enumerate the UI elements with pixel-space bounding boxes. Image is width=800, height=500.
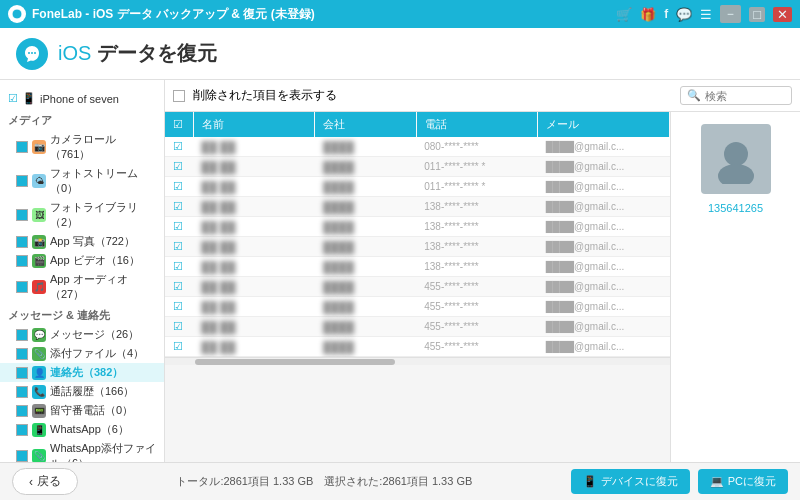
app-icon xyxy=(8,5,26,23)
row-email: ████@gmail.c... xyxy=(538,197,670,217)
sidebar-item-callhistory[interactable]: 📞 通話履歴（166） xyxy=(0,382,164,401)
restore-pc-label: PCに復元 xyxy=(728,474,776,489)
sidebar-item-attachments-label: 添付ファイル（4） xyxy=(50,346,144,361)
gift-icon[interactable]: 🎁 xyxy=(640,7,656,22)
sidebar-item-messages-label: メッセージ（26） xyxy=(50,327,139,342)
sidebar-item-voicemail[interactable]: 📟 留守番電話（0） xyxy=(0,401,164,420)
row-cb[interactable]: ☑ xyxy=(165,177,193,197)
table-row[interactable]: ☑ ██ ██ ████ 138-****-**** ████@gmail.c.… xyxy=(165,217,670,237)
cb-whatsapp-attach xyxy=(16,450,28,462)
svg-point-2 xyxy=(31,52,33,54)
facebook-icon[interactable]: f xyxy=(664,7,668,21)
device-row[interactable]: ☑ 📱 iPhone of seven xyxy=(0,88,164,109)
maximize-btn[interactable]: □ xyxy=(749,7,765,22)
menu-icon[interactable]: ☰ xyxy=(700,7,712,22)
photostream-icon: 🌤 xyxy=(32,174,46,188)
chat-icon[interactable]: 💬 xyxy=(676,7,692,22)
table-row[interactable]: ☑ ██ ██ ████ 011-****-**** * ████@gmail.… xyxy=(165,157,670,177)
sidebar-item-photostream-label: フォトストリーム（0） xyxy=(50,166,156,196)
row-company: ████ xyxy=(315,277,416,297)
row-cb[interactable]: ☑ xyxy=(165,337,193,357)
back-label: 戻る xyxy=(37,473,61,490)
sidebar-item-whatsapp-attach[interactable]: 📎 WhatsApp添付ファイル（6） xyxy=(0,439,164,462)
row-phone: 138-****-**** xyxy=(416,197,538,217)
row-cb[interactable]: ☑ xyxy=(165,217,193,237)
row-cb[interactable]: ☑ xyxy=(165,157,193,177)
attachments-icon: 📎 xyxy=(32,347,46,361)
sidebar-item-camera[interactable]: 📷 カメラロール（761） xyxy=(0,130,164,164)
row-name: ██ ██ xyxy=(193,217,315,237)
main-container: ☑ 📱 iPhone of seven メディア 📷 カメラロール（761） 🌤… xyxy=(0,80,800,462)
row-name: ██ ██ xyxy=(193,197,315,217)
sidebar-item-appphoto[interactable]: 📸 App 写真（722） xyxy=(0,232,164,251)
row-cb[interactable]: ☑ xyxy=(165,257,193,277)
photolibrary-icon: 🖼 xyxy=(32,208,46,222)
row-phone: 455-****-**** xyxy=(416,277,538,297)
svg-point-5 xyxy=(718,164,754,184)
row-phone: 455-****-**** xyxy=(416,297,538,317)
row-cb[interactable]: ☑ xyxy=(165,297,193,317)
table-row[interactable]: ☑ ██ ██ ████ 455-****-**** ████@gmail.c.… xyxy=(165,337,670,357)
th-email[interactable]: メール xyxy=(538,112,670,137)
close-btn[interactable]: ✕ xyxy=(773,7,792,22)
cart-icon[interactable]: 🛒 xyxy=(616,7,632,22)
sidebar-item-whatsapp-attach-label: WhatsApp添付ファイル（6） xyxy=(50,441,156,462)
sidebar-item-contacts[interactable]: 👤 連絡先（382） xyxy=(0,363,164,382)
device-checkbox[interactable]: ☑ xyxy=(8,92,18,105)
sidebar-item-appvideo-label: App ビデオ（16） xyxy=(50,253,140,268)
search-input[interactable] xyxy=(705,90,785,102)
appvideo-icon: 🎬 xyxy=(32,254,46,268)
horizontal-scrollbar[interactable] xyxy=(165,357,670,365)
restore-device-button[interactable]: 📱 デバイスに復元 xyxy=(571,469,690,494)
th-company[interactable]: 会社 xyxy=(315,112,416,137)
profile-id: 135641265 xyxy=(708,202,763,214)
table-row[interactable]: ☑ ██ ██ ████ 011-****-**** * ████@gmail.… xyxy=(165,177,670,197)
row-name: ██ ██ xyxy=(193,337,315,357)
row-company: ████ xyxy=(315,197,416,217)
table-row[interactable]: ☑ ██ ██ ████ 455-****-**** ████@gmail.c.… xyxy=(165,297,670,317)
sidebar-item-photostream[interactable]: 🌤 フォトストリーム（0） xyxy=(0,164,164,198)
sidebar-item-attachments[interactable]: 📎 添付ファイル（4） xyxy=(0,344,164,363)
sidebar-item-photolibrary[interactable]: 🖼 フォトライブラリ（2） xyxy=(0,198,164,232)
table-row[interactable]: ☑ ██ ██ ████ 455-****-**** ████@gmail.c.… xyxy=(165,317,670,337)
row-name: ██ ██ xyxy=(193,157,315,177)
sidebar-item-contacts-label: 連絡先（382） xyxy=(50,365,123,380)
sidebar-item-messages[interactable]: 💬 メッセージ（26） xyxy=(0,325,164,344)
hscroll-thumb[interactable] xyxy=(195,359,395,365)
profile-panel: 135641265 xyxy=(670,112,800,462)
restore-pc-button[interactable]: 💻 PCに復元 xyxy=(698,469,788,494)
table-row[interactable]: ☑ ██ ██ ████ 455-****-**** ████@gmail.c.… xyxy=(165,277,670,297)
svg-point-0 xyxy=(12,9,22,19)
status-text: トータル:2861項目 1.33 GB 選択された:2861項目 1.33 GB xyxy=(86,474,563,489)
show-deleted-label[interactable]: 削除された項目を表示する xyxy=(193,87,337,104)
row-name: ██ ██ xyxy=(193,237,315,257)
show-deleted-checkbox[interactable] xyxy=(173,90,185,102)
sidebar-item-appaudio[interactable]: 🎵 App オーディオ（27） xyxy=(0,270,164,304)
row-email: ████@gmail.c... xyxy=(538,137,670,157)
table-scroll[interactable]: ☑ 名前 会社 電話 メール ☑ ██ ██ ████ 080-****-***… xyxy=(165,112,670,462)
sidebar-item-camera-label: カメラロール（761） xyxy=(50,132,156,162)
th-phone[interactable]: 電話 xyxy=(416,112,538,137)
back-button[interactable]: ‹ 戻る xyxy=(12,468,78,495)
row-email: ████@gmail.c... xyxy=(538,277,670,297)
cb-whatsapp xyxy=(16,424,28,436)
row-name: ██ ██ xyxy=(193,277,315,297)
table-row[interactable]: ☑ ██ ██ ████ 138-****-**** ████@gmail.c.… xyxy=(165,257,670,277)
row-cb[interactable]: ☑ xyxy=(165,197,193,217)
row-cb[interactable]: ☑ xyxy=(165,237,193,257)
cb-appphoto xyxy=(16,236,28,248)
row-cb[interactable]: ☑ xyxy=(165,137,193,157)
table-row[interactable]: ☑ ██ ██ ████ 138-****-**** ████@gmail.c.… xyxy=(165,237,670,257)
table-row[interactable]: ☑ ██ ██ ████ 080-****-**** ████@gmail.c.… xyxy=(165,137,670,157)
sidebar-item-appvideo[interactable]: 🎬 App ビデオ（16） xyxy=(0,251,164,270)
row-name: ██ ██ xyxy=(193,297,315,317)
sidebar-item-callhistory-label: 通話履歴（166） xyxy=(50,384,134,399)
table-row[interactable]: ☑ ██ ██ ████ 138-****-**** ████@gmail.c.… xyxy=(165,197,670,217)
row-cb[interactable]: ☑ xyxy=(165,317,193,337)
minimize-btn[interactable]: － xyxy=(720,5,741,23)
table-container: ☑ 名前 会社 電話 メール ☑ ██ ██ ████ 080-****-***… xyxy=(165,112,800,462)
row-email: ████@gmail.c... xyxy=(538,237,670,257)
th-name[interactable]: 名前 xyxy=(193,112,315,137)
sidebar-item-whatsapp[interactable]: 📱 WhatsApp（6） xyxy=(0,420,164,439)
row-cb[interactable]: ☑ xyxy=(165,277,193,297)
